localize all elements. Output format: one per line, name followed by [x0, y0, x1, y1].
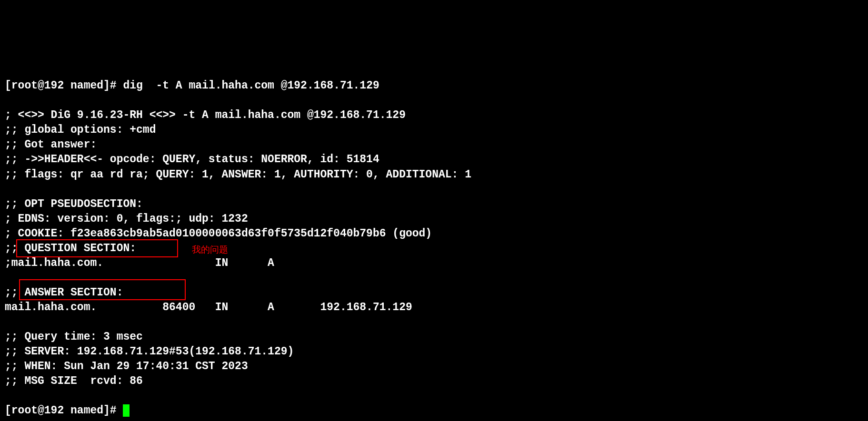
dig-msg-size: ;; MSG SIZE rcvd: 86 [5, 375, 143, 387]
command-text: dig -t A mail.haha.com @192.168.71.129 [123, 79, 379, 92]
dig-flags: ;; flags: qr aa rd ra; QUERY: 1, ANSWER:… [5, 168, 471, 181]
dig-query-time: ;; Query time: 3 msec [5, 331, 143, 343]
dig-edns: ; EDNS: version: 0, flags:; udp: 1232 [5, 213, 248, 225]
question-annotation-label: 我的问题 [192, 244, 228, 256]
dig-global-options: ;; global options: +cmd [5, 124, 156, 136]
dig-header-info: ;; ->>HEADER<<- opcode: QUERY, status: N… [5, 153, 379, 166]
dig-question-record: ;mail.haha.com. IN A [5, 257, 274, 269]
dig-header: ; <<>> DiG 9.16.23-RH <<>> -t A mail.hah… [5, 109, 406, 121]
prompt-line-end: [root@192 named]# [5, 404, 130, 417]
cursor-block [123, 404, 130, 417]
dig-opt-section: ;; OPT PSEUDOSECTION: [5, 198, 143, 210]
prompt-line: [root@192 named]# dig -t A mail.haha.com… [5, 79, 379, 92]
dig-cookie: ; COOKIE: f23ea863cb9ab5ad0100000063d63f… [5, 227, 432, 240]
dig-answer-record: mail.haha.com. 86400 IN A 192.168.71.129 [5, 301, 412, 313]
dig-server: ;; SERVER: 192.168.71.129#53(192.168.71.… [5, 345, 294, 358]
dig-when: ;; WHEN: Sun Jan 29 17:40:31 CST 2023 [5, 360, 248, 372]
dig-question-section-header: ;; QUESTION SECTION: [5, 242, 136, 255]
dig-answer-section-header: ;; ANSWER SECTION: [5, 286, 123, 299]
terminal-window[interactable]: [root@192 named]# dig -t A mail.haha.com… [5, 64, 863, 421]
dig-got-answer: ;; Got answer: [5, 138, 97, 151]
